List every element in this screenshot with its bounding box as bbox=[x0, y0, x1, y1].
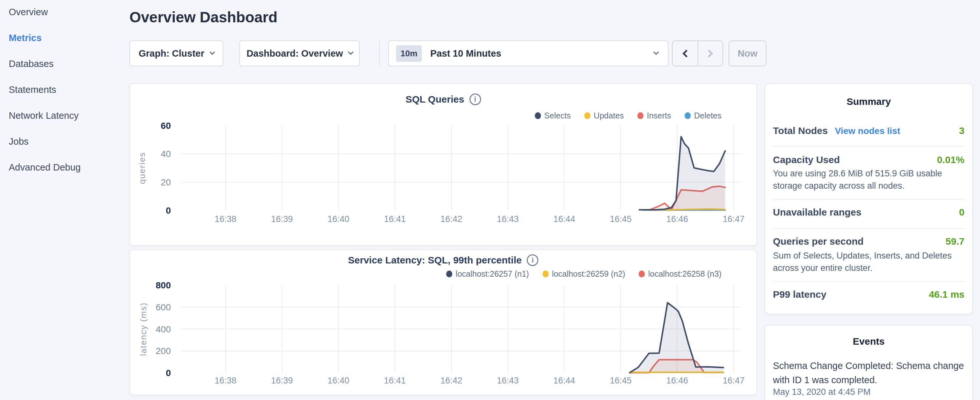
legend-item-inserts: Inserts bbox=[637, 111, 671, 120]
legend-item-selects: Selects bbox=[535, 111, 571, 120]
svg-text:16:40: 16:40 bbox=[328, 214, 349, 224]
page-title: Overview Dashboard bbox=[129, 8, 278, 26]
svg-text:16:45: 16:45 bbox=[610, 376, 632, 386]
time-range-select[interactable]: 10m Past 10 Minutes bbox=[388, 40, 668, 66]
sidebar-item-statements[interactable]: Statements bbox=[0, 77, 129, 103]
dashboard-dropdown[interactable]: Dashboard: Overview bbox=[239, 40, 360, 66]
svg-text:40: 40 bbox=[161, 149, 171, 159]
next-time-button[interactable] bbox=[698, 41, 722, 66]
legend-label: Updates bbox=[594, 111, 624, 120]
sql-queries-title-row: SQL Queries i bbox=[130, 94, 756, 105]
summary-row-unavailable-ranges: Unavailable ranges 0 bbox=[773, 207, 964, 218]
svg-text:400: 400 bbox=[156, 324, 171, 334]
controls-divider bbox=[379, 41, 380, 66]
svg-text:20: 20 bbox=[161, 177, 171, 187]
svg-text:16:44: 16:44 bbox=[553, 376, 575, 386]
summary-label: P99 latency bbox=[773, 289, 826, 300]
sidebar-item-overview[interactable]: Overview bbox=[0, 0, 129, 25]
deletes-dot-icon bbox=[685, 112, 691, 119]
legend-label: Deletes bbox=[694, 111, 721, 120]
svg-text:16:42: 16:42 bbox=[440, 214, 462, 224]
sidebar-item-network-latency[interactable]: Network Latency bbox=[0, 103, 129, 129]
svg-text:16:47: 16:47 bbox=[723, 376, 745, 386]
svg-text:16:38: 16:38 bbox=[215, 376, 237, 386]
divider bbox=[773, 146, 964, 147]
divider bbox=[773, 199, 964, 200]
svg-text:600: 600 bbox=[156, 302, 171, 312]
time-range-label: Past 10 Minutes bbox=[430, 48, 654, 59]
svg-text:16:44: 16:44 bbox=[553, 214, 575, 224]
svg-text:200: 200 bbox=[156, 346, 171, 356]
svg-text:16:47: 16:47 bbox=[723, 214, 745, 224]
sidebar-nav: Overview Metrics Databases Statements Ne… bbox=[0, 0, 129, 180]
sidebar: Overview Metrics Databases Statements Ne… bbox=[0, 0, 129, 400]
time-range-badge: 10m bbox=[396, 45, 422, 62]
view-nodes-list-link[interactable]: View nodes list bbox=[835, 126, 900, 136]
summary-label: Queries per second bbox=[773, 236, 864, 247]
event-message: Schema Change Completed: Schema change w… bbox=[773, 359, 964, 387]
updates-dot-icon bbox=[584, 112, 590, 119]
graph-scope-dropdown[interactable]: Graph: Cluster bbox=[129, 40, 223, 66]
svg-text:16:41: 16:41 bbox=[384, 214, 406, 224]
svg-text:16:39: 16:39 bbox=[271, 376, 293, 386]
summary-row-capacity-used: Capacity Used 0.01% bbox=[773, 155, 964, 166]
unavailable-ranges-value: 0 bbox=[959, 207, 964, 218]
svg-text:16:46: 16:46 bbox=[666, 376, 688, 386]
events-title: Events bbox=[765, 336, 972, 347]
legend-item-updates: Updates bbox=[584, 111, 624, 120]
chart-title: Service Latency: SQL, 99th percentile bbox=[348, 255, 522, 266]
divider bbox=[773, 281, 964, 282]
svg-text:0: 0 bbox=[165, 368, 171, 378]
capacity-used-value: 0.01% bbox=[937, 155, 964, 166]
queries-per-second-description: Sum of Selects, Updates, Inserts, and De… bbox=[773, 250, 964, 274]
svg-text:16:45: 16:45 bbox=[610, 214, 632, 224]
service-latency-title-row: Service Latency: SQL, 99th percentile i bbox=[130, 254, 756, 266]
divider bbox=[773, 228, 964, 229]
chevron-right-icon bbox=[705, 49, 713, 57]
legend-label: Selects bbox=[544, 111, 571, 120]
legend-item-n1: localhost:26257 (n1) bbox=[446, 269, 529, 279]
chevron-left-icon bbox=[682, 49, 690, 57]
summary-row-queries-per-second: Queries per second 59.7 bbox=[773, 236, 964, 247]
summary-row-p99-latency: P99 latency 46.1 ms bbox=[773, 289, 964, 300]
sql-queries-legend: Selects Updates Inserts Deletes bbox=[535, 111, 721, 120]
total-nodes-value: 3 bbox=[959, 125, 964, 136]
svg-text:queries: queries bbox=[137, 152, 147, 184]
graph-scope-label: Graph: Cluster bbox=[138, 48, 204, 59]
n2-dot-icon bbox=[542, 271, 549, 277]
svg-text:16:39: 16:39 bbox=[271, 214, 293, 224]
chevron-down-icon bbox=[209, 49, 215, 55]
svg-text:16:41: 16:41 bbox=[384, 376, 406, 386]
inserts-dot-icon bbox=[637, 112, 644, 119]
n1-dot-icon bbox=[446, 271, 452, 277]
sidebar-item-advanced-debug[interactable]: Advanced Debug bbox=[0, 155, 129, 180]
info-icon[interactable]: i bbox=[527, 254, 538, 266]
svg-text:800: 800 bbox=[156, 280, 171, 290]
summary-panel: Summary Total Nodes View nodes list 3 Ca… bbox=[765, 83, 973, 314]
svg-text:16:42: 16:42 bbox=[440, 376, 462, 386]
service-latency-legend: localhost:26257 (n1) localhost:26259 (n2… bbox=[446, 269, 721, 279]
chart-title: SQL Queries bbox=[406, 94, 464, 105]
legend-label: Inserts bbox=[647, 111, 671, 120]
svg-text:latency (ms): latency (ms) bbox=[138, 302, 148, 356]
summary-label: Capacity Used bbox=[773, 155, 840, 166]
summary-label: Unavailable ranges bbox=[773, 207, 861, 218]
svg-text:0: 0 bbox=[165, 206, 171, 215]
dashboard-label: Dashboard: Overview bbox=[247, 48, 343, 59]
previous-time-button[interactable] bbox=[673, 41, 698, 66]
sidebar-item-databases[interactable]: Databases bbox=[0, 51, 129, 77]
legend-label: localhost:26258 (n3) bbox=[648, 269, 721, 279]
legend-label: localhost:26257 (n1) bbox=[455, 269, 529, 279]
summary-label: Total Nodes bbox=[773, 125, 827, 136]
sidebar-item-jobs[interactable]: Jobs bbox=[0, 129, 129, 155]
event-timestamp: May 13, 2020 at 4:45 PM bbox=[773, 387, 871, 397]
svg-text:16:40: 16:40 bbox=[328, 376, 349, 386]
time-step-button-group bbox=[672, 40, 723, 66]
chevron-down-icon bbox=[348, 49, 354, 55]
now-button[interactable]: Now bbox=[729, 40, 767, 66]
info-icon[interactable]: i bbox=[469, 94, 481, 105]
sidebar-item-metrics[interactable]: Metrics bbox=[0, 25, 129, 51]
svg-text:60: 60 bbox=[161, 121, 171, 131]
summary-row-total-nodes: Total Nodes View nodes list 3 bbox=[773, 125, 964, 136]
legend-label: localhost:26259 (n2) bbox=[552, 269, 625, 279]
